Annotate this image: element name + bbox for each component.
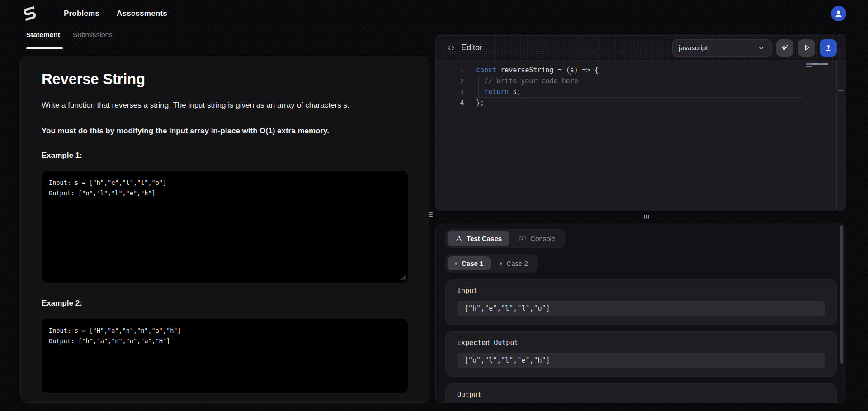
example-2-input: Input: s = ["H","a","n","n","a","h"] (49, 326, 401, 336)
line-number: 3 (436, 86, 464, 97)
test-panel-scrollbar[interactable] (840, 225, 843, 364)
language-select-value: javascript (679, 44, 708, 52)
nav-links: Problems Assessments (64, 9, 167, 18)
resize-grip-icon[interactable] (401, 275, 406, 280)
line-number: 2 (436, 76, 464, 86)
expected-output-section: Expected Output ["o","l","l","e","h"] (445, 331, 837, 377)
code-line[interactable]: 1const reverseString = (s) => { (436, 65, 846, 76)
app-root: { "nav": { "links": [ { "label": "Proble… (0, 0, 868, 411)
problem-statement-panel: Reverse String Write a function that rev… (20, 56, 429, 403)
tab-case-1[interactable]: Case 1 (448, 256, 491, 270)
code-line[interactable]: 3 return s; (436, 86, 846, 97)
horizontal-splitter-handle[interactable] (642, 215, 649, 219)
code-line[interactable]: 2 // Write your code here (436, 76, 846, 86)
sparkles-icon (781, 44, 789, 52)
example-1-block[interactable]: Input: s = ["h","e","l","l","o"] Output:… (42, 171, 408, 283)
nav-link-assessments[interactable]: Assessments (117, 9, 167, 18)
case-dot-icon (455, 262, 457, 265)
code-editor[interactable]: 1const reverseString = (s) => {2 // Writ… (436, 61, 846, 211)
input-value[interactable]: ["h","e","l","l","o"] (457, 301, 825, 316)
output-label: Output (457, 391, 825, 399)
minimap[interactable] (806, 63, 835, 67)
test-panel: Test Cases Console Case 1 Case 2 Input [… (435, 223, 846, 403)
case-tabbar: Case 1 Case 2 (445, 254, 837, 273)
tab-case-2-label: Case 2 (506, 260, 528, 267)
language-select[interactable]: javascript (672, 39, 772, 57)
example-1-output: Output: ["o","l","l","e","h"] (49, 188, 401, 198)
editor-panel: Editor javascript 1const reverseString =… (435, 34, 846, 211)
line-content: // Write your code here (476, 76, 578, 86)
line-number: 1 (436, 65, 464, 76)
editor-title: Editor (461, 43, 482, 52)
nav-link-problems[interactable]: Problems (64, 9, 99, 18)
person-icon (834, 9, 844, 19)
expected-output-label: Expected Output (457, 339, 825, 347)
line-number: 4 (436, 97, 464, 108)
example-2-label: Example 2: (42, 299, 408, 308)
example-1-label: Example 1: (42, 151, 408, 160)
case-dot-icon (500, 262, 502, 265)
problem-title: Reverse String (42, 71, 408, 88)
overview-ruler (836, 61, 837, 211)
tab-statement[interactable]: Statement (26, 31, 60, 45)
line-content: return s; (476, 86, 521, 97)
tab-submissions[interactable]: Submissions (73, 31, 113, 45)
chevron-down-icon (758, 44, 765, 52)
upload-icon (825, 44, 832, 52)
brand-logo-icon[interactable] (20, 4, 39, 23)
code-lines: 1const reverseString = (s) => {2 // Writ… (436, 65, 846, 108)
code-icon (447, 43, 455, 52)
submit-button[interactable] (820, 39, 837, 57)
example-2-output: Output: ["h","a","n","n","a","H"] (49, 336, 401, 346)
tab-console[interactable]: Console (511, 231, 563, 246)
line-content: }; (476, 97, 484, 108)
ai-assist-button[interactable] (776, 39, 793, 57)
test-tabbar: Test Cases Console (445, 229, 565, 248)
code-line[interactable]: 4}; (436, 97, 846, 108)
problem-description-2: You must do this by modifying the input … (42, 123, 395, 138)
input-section: Input ["h","e","l","l","o"] (445, 279, 837, 325)
statement-tabbar: Statement Submissions (26, 31, 113, 45)
example-1-input: Input: s = ["h","e","l","l","o"] (49, 178, 401, 188)
tab-console-label: Console (530, 235, 555, 242)
input-label: Input (457, 287, 825, 295)
run-button[interactable] (798, 39, 815, 57)
tab-test-cases[interactable]: Test Cases (448, 231, 509, 246)
tab-case-2[interactable]: Case 2 (492, 256, 535, 270)
problem-description-1: Write a function that reverses a string.… (42, 98, 395, 113)
user-avatar[interactable] (831, 6, 846, 21)
line-content: const reverseString = (s) => { (476, 65, 599, 76)
minimap-line (806, 63, 828, 65)
minimap-line (806, 66, 812, 67)
tab-case-1-label: Case 1 (462, 260, 483, 267)
terminal-icon (519, 235, 526, 242)
example-2-block[interactable]: Input: s = ["H","a","n","n","a","h"] Out… (42, 319, 408, 393)
top-nav: Problems Assessments (0, 0, 868, 27)
output-section: Output ["h","e","l","l","o"] (445, 383, 837, 403)
tab-test-cases-label: Test Cases (467, 235, 502, 242)
overview-ruler-cursor-marker (838, 90, 844, 91)
editor-header: Editor javascript (436, 34, 846, 61)
vertical-splitter-handle[interactable] (429, 212, 433, 217)
flask-icon (455, 235, 462, 242)
play-icon (803, 44, 811, 52)
expected-output-value[interactable]: ["o","l","l","e","h"] (457, 353, 825, 368)
